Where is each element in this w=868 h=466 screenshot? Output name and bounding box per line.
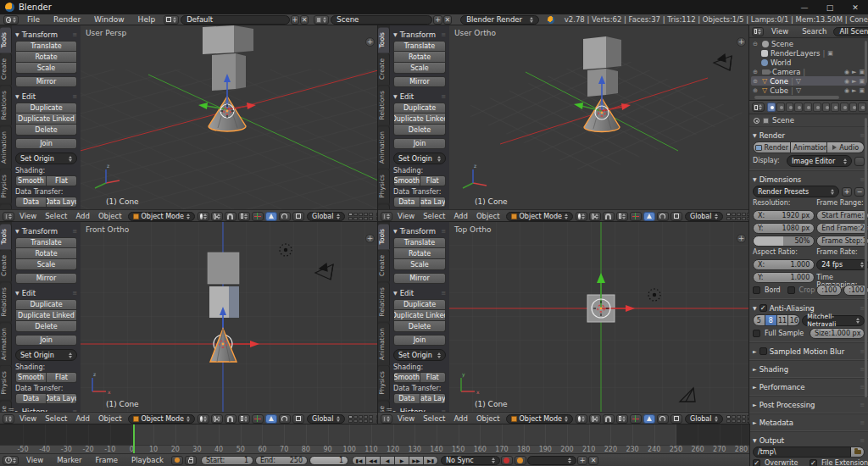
toolshelf-tab-animation[interactable]: Animation [0,323,12,365]
manipulator-translate-toggle[interactable] [643,414,655,424]
start-frame-field[interactable]: Start Frame:1 [816,210,868,221]
render-restrict-icon[interactable]: ▣ [827,50,833,57]
history-panel-header[interactable]: ►History≡ [393,406,446,412]
view-menu[interactable]: View [15,211,41,222]
toolshelf-tab-relations[interactable]: Relations [0,282,12,321]
object-menu[interactable]: Object [94,413,126,424]
smooth-button[interactable]: Smooth [15,372,47,383]
editor-type-button[interactable] [3,414,14,424]
aa-samples-5-button[interactable]: 5 [753,314,765,326]
viewport-1-properties-region-button[interactable]: + [365,37,375,47]
delete-layout-button[interactable]: ✕ [300,15,309,25]
viewport-shading-dropdown[interactable] [576,212,587,221]
cube-object[interactable] [583,36,606,69]
toolshelf-tab-tools[interactable]: Tools [378,27,390,53]
set-origin-dropdown[interactable]: Set Origin [15,349,77,361]
data-layout-button[interactable]: Data Layo [47,197,77,208]
output-panel-header[interactable]: ▼Output≡ [753,435,865,446]
performance-panel-header[interactable]: ►Performance≡ [753,381,865,392]
tab-modifiers[interactable] [822,103,831,112]
render-menu[interactable]: Render [47,14,87,25]
manipulator-translate-toggle[interactable] [265,212,277,221]
viewport-3-canvas[interactable]: z x [81,222,378,412]
panel-grip-icon[interactable]: ≡ [860,402,865,408]
outliner-vertical-scrollbar[interactable] [865,41,867,83]
pivot-dropdown[interactable] [211,414,223,424]
hide-icon[interactable]: ◉ [844,69,849,75]
data-button[interactable]: Data [393,197,420,208]
mirror-button[interactable]: Mirror [393,273,446,284]
join-button[interactable]: Join [393,138,446,149]
flat-button[interactable]: Flat [47,175,77,186]
data-layout-button[interactable]: Data Layo [47,393,77,404]
overwrite-checkbox[interactable]: ✓ [753,459,760,466]
data-button[interactable]: Data [15,197,47,208]
outliner-item-renderlayers[interactable]: RenderLayers | ▣ [751,48,866,58]
set-origin-dropdown[interactable]: Set Origin [393,349,446,361]
pivot-dropdown[interactable] [589,212,601,221]
pivot-dropdown[interactable] [211,212,223,221]
display-dropdown[interactable]: Image Editor [787,155,852,167]
toolshelf-tab-tools[interactable]: Tools [0,27,12,53]
smooth-button[interactable]: Smooth [15,175,47,186]
cube-object[interactable] [203,25,234,54]
toolshelf-tab-tools[interactable]: Tools [378,224,390,249]
set-origin-dropdown[interactable]: Set Origin [393,153,446,164]
viewport-3-view[interactable]: z x Front Ortho (1) Cone + [81,222,378,412]
object-menu[interactable]: Object [94,211,126,222]
shading-panel-header[interactable]: ►Shading≡ [753,363,865,374]
toolshelf-tab-create[interactable]: Create [378,53,390,85]
panel-grip-icon[interactable]: ≡ [441,228,446,235]
manipulator-rotate-toggle[interactable] [279,414,291,424]
join-button[interactable]: Join [15,335,77,346]
play-reverse-button[interactable]: ◀ [381,456,395,465]
tab-object[interactable] [804,103,812,112]
full-sample-checkbox[interactable] [753,330,760,337]
snap-element-dropdown[interactable] [616,212,628,221]
viewport-3-properties-region-button[interactable]: + [365,234,375,243]
viewport-shading-dropdown[interactable] [576,414,587,424]
outliner-editor-type-button[interactable] [752,27,764,36]
mirror-button[interactable]: Mirror [393,76,446,87]
file-menu[interactable]: File [20,14,47,25]
toolshelf-tab-relations[interactable]: Relations [378,86,390,125]
properties-editor-type-button[interactable] [752,103,765,112]
orientation-dropdown[interactable]: Global [307,414,345,424]
add-menu[interactable]: Add [449,211,471,222]
edit-panel-header[interactable]: ▼Edit≡ [393,91,446,102]
outliner-view-menu[interactable]: View [765,26,795,37]
end-frame-field[interactable]: End Frame:250 [816,223,868,234]
manipulator-rotate-toggle[interactable] [657,414,669,424]
duplicate-button[interactable]: Duplicate [393,103,446,114]
panel-grip-icon[interactable]: ≡ [72,31,77,38]
editor-type-button[interactable] [381,414,392,424]
layers-widget[interactable] [726,213,750,220]
expander-icon[interactable]: ⊕ [753,87,760,94]
view-menu[interactable]: View [393,211,419,222]
smooth-button[interactable]: Smooth [393,175,420,186]
duplicate-linked-button[interactable]: Duplicate Linked [393,114,446,125]
add-menu[interactable]: Add [71,211,93,222]
snap-toggle[interactable] [603,212,615,221]
play-button[interactable]: ▶ [395,456,409,465]
render-engine-selector[interactable]: Blender Render [460,15,539,25]
outliner-item-scene[interactable]: ⊖ Scene [751,39,866,48]
viewport-4-properties-region-button[interactable]: + [737,234,746,243]
panel-grip-icon[interactable]: ≡ [72,228,77,235]
translate-button[interactable]: Translate [393,237,446,248]
mode-dropdown[interactable]: Object Mode [506,414,573,424]
delete-keyframe-button[interactable]: ✕ [588,456,598,465]
panel-grip-icon[interactable]: ≡ [441,31,446,38]
timeline-marker-menu[interactable]: Marker [50,455,88,466]
aa-samples-16-button[interactable]: 16 [788,314,800,326]
tab-constraints[interactable] [813,103,821,112]
outliner-item-world[interactable]: World [751,58,866,67]
manipulator-scale-toggle[interactable] [670,212,682,221]
snap-element-dropdown[interactable] [238,212,250,221]
transform-panel-header[interactable]: ▼Transform≡ [393,225,446,236]
screen-layout-icon-button[interactable] [164,15,179,25]
renderable-icon[interactable]: ▣ [859,78,865,85]
hide-icon[interactable]: ◉ [844,78,849,85]
display-extra-button[interactable] [854,157,865,166]
data-button[interactable]: Data [15,393,47,404]
